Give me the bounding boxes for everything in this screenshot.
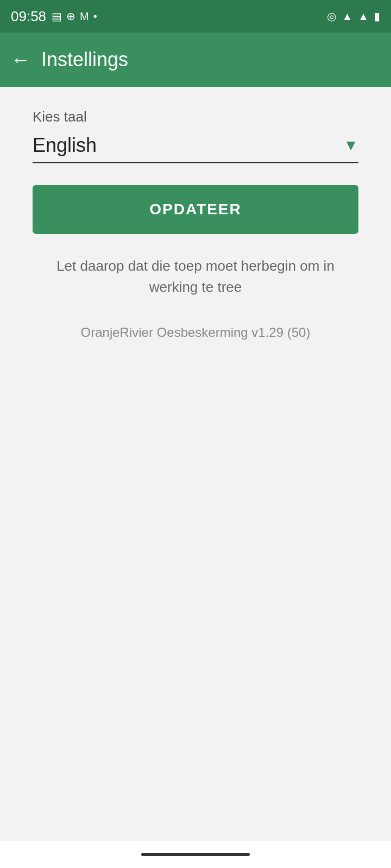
back-button[interactable]: ← <box>11 48 30 71</box>
battery-icon: ▮ <box>374 10 380 23</box>
update-button[interactable]: OPDATEER <box>33 185 358 234</box>
dot-icon: • <box>93 10 97 23</box>
bottom-nav-bar <box>0 841 391 868</box>
page-title: Instellings <box>41 48 128 71</box>
status-bar-right: ◎ ▲ ▲ ▮ <box>327 10 380 23</box>
status-time: 09:58 <box>11 8 46 25</box>
status-bar: 09:58 ▤ ⊕ M • ◎ ▲ ▲ ▮ <box>0 0 391 33</box>
version-text: OranjeRivier Oesbeskerming v1.29 (50) <box>33 325 358 340</box>
language-dropdown[interactable]: English ▼ <box>33 134 358 163</box>
location-icon: ◎ <box>327 10 336 23</box>
whatsapp-icon: ⊕ <box>66 10 75 23</box>
gmail-icon: M <box>80 10 89 23</box>
signal-icon: ▲ <box>358 10 369 23</box>
app-bar: ← Instellings <box>0 33 391 87</box>
status-icons: ▤ ⊕ M • <box>52 10 97 23</box>
language-label: Kies taal <box>33 108 358 125</box>
content-area: Kies taal English ▼ OPDATEER Let daarop … <box>0 87 391 362</box>
chevron-down-icon: ▼ <box>343 137 358 154</box>
nav-handle <box>141 853 250 856</box>
status-bar-left: 09:58 ▤ ⊕ M • <box>11 8 97 25</box>
wifi-icon: ▲ <box>342 10 352 23</box>
notice-text: Let daarop dat die toep moet herbegin om… <box>33 256 358 298</box>
dropdown-selected-value: English <box>33 134 97 157</box>
notification-icon: ▤ <box>52 10 62 23</box>
